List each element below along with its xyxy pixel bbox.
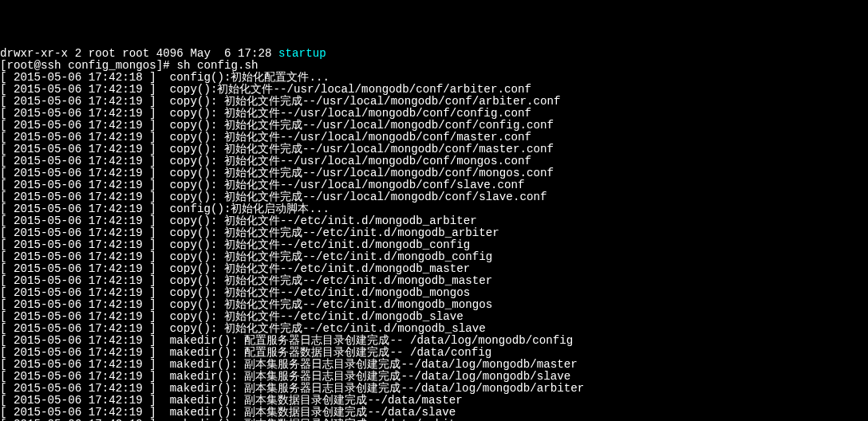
terminal-line: [ 2015-05-06 17:42:19 ] makedir(): 副本集服务… <box>0 359 868 371</box>
log-line: [ 2015-05-06 17:42:19 ] makedir(): 配置服务器… <box>0 334 573 347</box>
terminal-line: [root@ssh config_mongos]# sh config.sh <box>0 60 868 72</box>
log-line: [ 2015-05-06 17:42:19 ] makedir(): 副本集数据… <box>0 406 456 419</box>
terminal-line: [ 2015-05-06 17:42:19 ] copy(): 初始化文件完成-… <box>0 144 868 155</box>
terminal-line: [ 2015-05-06 17:42:19 ] copy(): 初始化文件完成-… <box>0 323 868 335</box>
log-line: [ 2015-05-06 17:42:19 ] copy(): 初始化文件完成-… <box>0 322 486 335</box>
log-line: [ 2015-05-06 17:42:19 ] copy(): 初始化文件完成-… <box>0 250 492 263</box>
terminal-line: [ 2015-05-06 17:42:19 ] makedir(): 配置服务器… <box>0 347 868 359</box>
terminal-line: [ 2015-05-06 17:42:19 ] copy(): 初始化文件完成-… <box>0 227 868 239</box>
terminal-line: [ 2015-05-06 17:42:19 ] copy(): 初始化文件完成-… <box>0 167 868 179</box>
log-line: [ 2015-05-06 17:42:19 ] copy(): 初始化文件--/… <box>0 262 470 275</box>
log-line: [ 2015-05-06 17:42:19 ] copy(): 初始化文件完成-… <box>0 226 499 239</box>
log-line: [ 2015-05-06 17:42:19 ] copy(): 初始化文件--/… <box>0 107 531 120</box>
terminal-line: [ 2015-05-06 17:42:19 ] copy(): 初始化文件--/… <box>0 155 868 167</box>
typed-command: sh config.sh <box>176 59 258 72</box>
log-line: [ 2015-05-06 17:42:19 ] copy(): 初始化文件完成-… <box>0 143 554 155</box>
terminal-line: [ 2015-05-06 17:42:19 ] copy(): 初始化文件--/… <box>0 287 868 299</box>
log-line: [ 2015-05-06 17:42:19 ] makedir(): 副本集服务… <box>0 358 578 371</box>
terminal-line: [ 2015-05-06 17:42:19 ] copy(): 初始化文件完成-… <box>0 299 868 311</box>
terminal-line: [ 2015-05-06 17:42:19 ] copy(): 初始化文件完成-… <box>0 120 868 132</box>
terminal-line: [ 2015-05-06 17:42:19 ] copy(): 初始化文件--/… <box>0 108 868 120</box>
terminal-output: drwxr-xr-x 2 root root 4096 May 6 17:28 … <box>0 48 868 421</box>
terminal-line: [ 2015-05-06 17:42:19 ] makedir(): 副本集数据… <box>0 407 868 419</box>
terminal-line: drwxr-xr-x 2 root root 4096 May 6 17:28 … <box>0 48 868 60</box>
log-line: [ 2015-05-06 17:42:19 ] copy(): 初始化文件完成-… <box>0 167 554 179</box>
log-line: [ 2015-05-06 17:42:19 ] copy(): 初始化文件完成-… <box>0 191 546 203</box>
log-line: [ 2015-05-06 17:42:19 ] copy(): 初始化文件--/… <box>0 179 524 191</box>
log-line: [ 2015-05-06 17:42:19 ] makedir(): 副本集数据… <box>0 418 469 421</box>
log-line: [ 2015-05-06 17:42:19 ] copy(): 初始化文件--/… <box>0 310 464 323</box>
log-line: [ 2015-05-06 17:42:19 ] config():初始化启动脚本… <box>0 203 329 215</box>
log-line: [ 2015-05-06 17:42:19 ] makedir(): 配置服务器… <box>0 346 491 359</box>
log-line: [ 2015-05-06 17:42:19 ] makedir(): 副本集数据… <box>0 394 463 407</box>
log-line: [ 2015-05-06 17:42:19 ] copy(): 初始化文件完成-… <box>0 298 492 311</box>
log-line: [ 2015-05-06 17:42:19 ] copy():初始化文件--/u… <box>0 83 531 96</box>
log-line: [ 2015-05-06 17:42:19 ] copy(): 初始化文件--/… <box>0 131 531 144</box>
terminal-line: [ 2015-05-06 17:42:19 ] copy(): 初始化文件完成-… <box>0 191 868 203</box>
terminal-line: [ 2015-05-06 17:42:19 ] copy():初始化文件--/u… <box>0 84 868 96</box>
terminal-line: [ 2015-05-06 17:42:19 ] copy(): 初始化文件--/… <box>0 132 868 144</box>
terminal-line: [ 2015-05-06 17:42:19 ] copy(): 初始化文件--/… <box>0 263 868 275</box>
terminal-line: [ 2015-05-06 17:42:18 ] config():初始化配置文件… <box>0 72 868 84</box>
terminal-line: [ 2015-05-06 17:42:19 ] copy(): 初始化文件完成-… <box>0 251 868 263</box>
terminal-line: [ 2015-05-06 17:42:19 ] copy(): 初始化文件--/… <box>0 239 868 251</box>
log-line: [ 2015-05-06 17:42:19 ] copy(): 初始化文件完成-… <box>0 119 554 132</box>
dir-name: startup <box>278 47 326 60</box>
terminal-line: [ 2015-05-06 17:42:19 ] makedir(): 副本集服务… <box>0 383 868 395</box>
log-line: [ 2015-05-06 17:42:19 ] makedir(): 副本集服务… <box>0 370 570 383</box>
terminal-line: [ 2015-05-06 17:42:19 ] copy(): 初始化文件完成-… <box>0 275 868 287</box>
terminal-line: [ 2015-05-06 17:42:19 ] config():初始化启动脚本… <box>0 203 868 215</box>
log-line: [ 2015-05-06 17:42:19 ] makedir(): 副本集服务… <box>0 382 584 395</box>
terminal-line: [ 2015-05-06 17:42:19 ] makedir(): 副本集服务… <box>0 371 868 383</box>
log-line: [ 2015-05-06 17:42:19 ] copy(): 初始化文件--/… <box>0 214 477 227</box>
terminal-line: [ 2015-05-06 17:42:19 ] makedir(): 副本集数据… <box>0 395 868 407</box>
log-line: [ 2015-05-06 17:42:19 ] copy(): 初始化文件完成-… <box>0 274 492 287</box>
terminal-line: [ 2015-05-06 17:42:19 ] copy(): 初始化文件--/… <box>0 311 868 323</box>
log-line: [ 2015-05-06 17:42:19 ] copy(): 初始化文件--/… <box>0 155 531 167</box>
log-line: [ 2015-05-06 17:42:19 ] copy(): 初始化文件--/… <box>0 238 470 251</box>
log-line: [ 2015-05-06 17:42:19 ] copy(): 初始化文件完成-… <box>0 95 561 108</box>
terminal-line: [ 2015-05-06 17:42:19 ] makedir(): 配置服务器… <box>0 335 868 347</box>
ls-perms: drwxr-xr-x 2 root root 4096 May 6 17:28 <box>0 47 278 60</box>
terminal-line: [ 2015-05-06 17:42:19 ] copy(): 初始化文件--/… <box>0 179 868 191</box>
terminal-line: [ 2015-05-06 17:42:19 ] copy(): 初始化文件--/… <box>0 215 868 227</box>
log-line: [ 2015-05-06 17:42:18 ] config():初始化配置文件… <box>0 71 329 84</box>
terminal-line: [ 2015-05-06 17:42:19 ] copy(): 初始化文件完成-… <box>0 96 868 108</box>
shell-prompt[interactable]: [root@ssh config_mongos]# <box>0 59 176 72</box>
log-line: [ 2015-05-06 17:42:19 ] copy(): 初始化文件--/… <box>0 286 470 299</box>
